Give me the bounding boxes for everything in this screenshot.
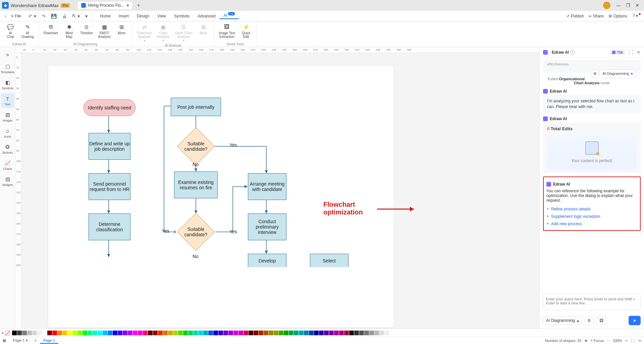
color-swatch[interactable] <box>309 331 314 335</box>
shape-process[interactable]: Post job internally <box>171 98 221 116</box>
color-swatch[interactable] <box>113 331 117 335</box>
shape-process[interactable]: Arrange meeting with candidate <box>248 173 286 200</box>
shape-decision[interactable]: Suitable candidate? <box>177 213 215 251</box>
color-swatch[interactable] <box>17 331 22 335</box>
menu-view[interactable]: View <box>153 14 170 18</box>
minimize-button[interactable]: — <box>614 1 623 10</box>
color-swatch[interactable] <box>249 331 253 335</box>
color-swatch[interactable] <box>359 331 364 335</box>
color-swatch[interactable] <box>32 331 37 335</box>
color-swatch[interactable] <box>314 331 319 335</box>
undo-button[interactable]: ↶ ▾ <box>29 13 36 19</box>
color-swatch[interactable] <box>158 331 163 335</box>
color-swatch[interactable] <box>269 331 273 335</box>
no-fill-swatch[interactable] <box>5 331 10 335</box>
close-panel-icon[interactable]: ✕ <box>637 50 641 55</box>
chart-analysis-button[interactable]: ▣ChartAnalysis ▾ <box>156 23 171 43</box>
color-swatch[interactable] <box>294 331 299 335</box>
templates-tool[interactable]: ▢Templates <box>1 61 14 76</box>
color-swatch[interactable] <box>279 331 283 335</box>
color-swatch[interactable] <box>88 331 92 335</box>
tokens-badge[interactable]: 75K <box>610 50 625 55</box>
color-swatch[interactable] <box>138 331 143 335</box>
color-swatch[interactable] <box>233 331 238 335</box>
color-swatch[interactable] <box>67 331 72 335</box>
color-swatch[interactable] <box>22 331 27 335</box>
maximize-button[interactable]: ❐ <box>623 1 633 10</box>
color-swatch[interactable] <box>284 331 288 335</box>
shape-process[interactable]: Define and write up job description <box>89 133 130 160</box>
file-menu[interactable]: ≡ File <box>10 14 21 18</box>
color-swatch[interactable] <box>213 331 218 335</box>
color-swatch[interactable] <box>183 331 188 335</box>
color-swatch[interactable] <box>379 331 384 335</box>
close-window-button[interactable]: ✕ <box>633 1 642 10</box>
image-attach-icon[interactable]: 🖼 <box>597 316 606 325</box>
ai-mode-select[interactable]: AI Diagramming ▴ <box>543 316 582 325</box>
more-analysis-button[interactable]: ⊞More <box>196 23 210 36</box>
color-swatch[interactable] <box>254 331 258 335</box>
add-page-button[interactable]: + <box>31 339 40 343</box>
color-swatch[interactable] <box>384 331 389 335</box>
shape-process[interactable]: Examine existing resumes on fire <box>174 171 218 198</box>
more-diagram-button[interactable]: ⊞More <box>115 23 129 36</box>
print-button[interactable]: 🖨 <box>62 13 67 19</box>
attach-icon[interactable]: 🗎 <box>585 316 594 325</box>
symbols-tool[interactable]: ◧Symbols <box>1 77 14 92</box>
color-menu-toggle[interactable]: ▸ <box>2 331 4 335</box>
back-button[interactable]: ‹ <box>3 13 8 19</box>
zoom-level[interactable]: 100% <box>612 339 622 343</box>
color-swatch[interactable] <box>329 331 334 335</box>
color-swatch[interactable] <box>198 331 203 335</box>
info-icon[interactable]: ? <box>570 50 575 55</box>
color-swatch[interactable] <box>193 331 198 335</box>
zoom-out-button[interactable]: − <box>607 339 609 343</box>
save-button[interactable]: 💾 <box>51 13 57 19</box>
icons-tool[interactable]: ☺Icons <box>1 126 14 140</box>
color-swatch[interactable] <box>369 331 374 335</box>
text-tool[interactable]: TText <box>1 93 14 108</box>
ai-drawing-button[interactable]: ✎AIDrawing <box>20 23 35 39</box>
color-swatch[interactable] <box>344 331 349 335</box>
share-button[interactable]: ∞Share <box>589 14 604 18</box>
color-swatch[interactable] <box>223 331 228 335</box>
timeline-button[interactable]: ≣Timeline <box>79 23 94 36</box>
color-swatch[interactable] <box>93 331 97 335</box>
fullscreen-icon[interactable]: ▭ <box>638 338 641 343</box>
color-swatch[interactable] <box>12 331 17 335</box>
menu-ai[interactable]: AIhot <box>219 13 239 19</box>
color-swatch[interactable] <box>163 331 168 335</box>
color-swatch[interactable] <box>37 331 42 335</box>
zoom-in-button[interactable]: + <box>626 339 628 343</box>
color-swatch[interactable] <box>274 331 278 335</box>
color-swatch[interactable] <box>299 331 304 335</box>
color-swatch[interactable] <box>72 331 77 335</box>
color-swatch[interactable] <box>62 331 67 335</box>
color-swatch[interactable] <box>173 331 178 335</box>
color-swatch[interactable] <box>123 331 127 335</box>
color-swatch[interactable] <box>42 331 47 335</box>
color-swatch[interactable] <box>259 331 263 335</box>
quick-edit-button[interactable]: ⚡QuickEdit <box>239 23 253 39</box>
menu-advanced[interactable]: Advanced <box>194 14 219 18</box>
user-avatar[interactable] <box>603 2 610 9</box>
color-swatch[interactable] <box>153 331 158 335</box>
mindmap-button[interactable]: ✱MindMap <box>62 23 76 39</box>
shape-terminator[interactable]: Identify staffing need <box>84 99 136 116</box>
pages-icon[interactable]: ▦ <box>3 338 6 343</box>
color-swatch[interactable] <box>143 331 148 335</box>
color-swatch[interactable] <box>148 331 153 335</box>
image-text-extract-button[interactable]: 🖼Image TextExtraction <box>217 23 236 39</box>
more-qa-button[interactable]: ▾ <box>85 13 88 19</box>
copy-icon[interactable]: ⧉ <box>591 69 599 78</box>
color-swatch[interactable] <box>244 331 248 335</box>
color-swatch[interactable] <box>354 331 359 335</box>
stickers-tool[interactable]: ✪Stickers <box>1 142 14 156</box>
color-swatch[interactable] <box>108 331 112 335</box>
flowchart-analysis-button[interactable]: ⇄FlowchartAnalysis ▾ <box>136 23 153 43</box>
ai-query-input[interactable] <box>543 294 641 310</box>
color-swatch[interactable] <box>374 331 379 335</box>
gantt-analysis-button[interactable]: ☰Gantt ChartAnalysis ▾ <box>173 23 194 43</box>
color-swatch[interactable] <box>103 331 107 335</box>
color-swatch[interactable] <box>77 331 82 335</box>
